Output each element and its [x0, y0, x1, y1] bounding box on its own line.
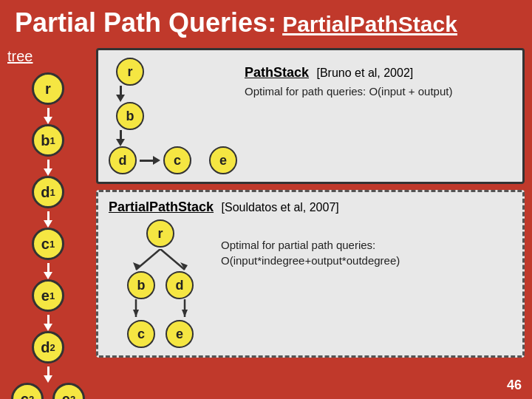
p2-node-d: d — [166, 271, 194, 299]
partialpathstack-graph: r b d — [109, 219, 212, 348]
panel2-text: Optimal for partial path queries: O(inpu… — [221, 219, 512, 268]
title-main: Partial Path Queries: — [15, 7, 276, 38]
p1-node-e: e — [209, 146, 237, 174]
tree-node-e2: e2 — [52, 383, 85, 399]
tree-branch-r: r — [32, 72, 64, 124]
arrow — [44, 117, 52, 124]
panel1-content: r b d — [109, 58, 512, 174]
title-sub: PartialPathStack — [282, 12, 457, 37]
arrow — [44, 375, 52, 383]
p2-node-b: b — [127, 271, 155, 299]
connector — [47, 160, 50, 168]
tree-node-b1: b1 — [32, 124, 64, 157]
content-area: tree r b1 d1 c1 — [0, 44, 532, 392]
panel1-description: Optimal for path queries: O(input + outp… — [245, 83, 512, 99]
arrow — [44, 324, 52, 331]
connector — [47, 315, 50, 324]
tree-node-e1: e1 — [32, 279, 64, 312]
p1-node-d: d — [109, 146, 137, 174]
tree-node-c1: c1 — [32, 228, 64, 260]
panel2-subtitle: [Souldatos et al, 2007] — [222, 201, 339, 214]
p2-row-ce: c e — [127, 320, 194, 348]
tree-branch-b1: b1 — [32, 124, 64, 176]
tree-label: tree — [7, 48, 89, 65]
panel1-title: PathStack — [245, 65, 309, 80]
panel2-description: Optimal for partial path queries: O(inpu… — [221, 237, 512, 268]
svg-marker-1 — [133, 262, 140, 270]
tree-branch-d2: d2 — [32, 331, 64, 383]
connector — [47, 366, 50, 375]
connector — [47, 211, 50, 220]
arrow — [44, 168, 52, 176]
left-tree: r b1 d1 c1 e — [7, 72, 89, 399]
panel2-title: PartialPathStack — [109, 200, 214, 214]
p1-v-conn-rb — [116, 86, 125, 102]
p1-node-c: c — [163, 146, 191, 174]
p2-arrows-r-bd — [127, 249, 194, 271]
pathstack-panel: r b d — [96, 48, 525, 184]
tree-column: tree r b1 d1 c1 — [7, 44, 89, 392]
tree-row-c2-e2: c2 e2 — [11, 383, 85, 399]
tree-node-r: r — [32, 72, 64, 105]
p2-node-c: c — [127, 320, 155, 348]
p1-node-r: r — [116, 58, 144, 86]
panel1-text: PathStack [Bruno et al, 2002] Optimal fo… — [245, 58, 512, 99]
svg-marker-5 — [133, 310, 139, 317]
tree-node-d2: d2 — [32, 331, 64, 364]
p2-arrows-bd-ce — [127, 299, 194, 320]
p1-row-dce: d c e — [109, 146, 237, 174]
page-number: 46 — [507, 378, 522, 393]
right-panels: r b d — [96, 44, 525, 392]
connector — [47, 108, 50, 117]
p1-v-conn-bd — [116, 130, 125, 146]
partialpathstack-panel: PartialPathStack [Souldatos et al, 2007]… — [96, 190, 525, 358]
p2-node-r: r — [146, 219, 174, 248]
pathstack-graph: r b d — [109, 58, 237, 174]
connector — [47, 263, 50, 272]
p2-row-bd: b d — [127, 271, 194, 299]
svg-marker-7 — [182, 310, 188, 317]
svg-line-2 — [160, 249, 185, 270]
svg-line-0 — [136, 249, 160, 270]
tree-branch-e1: e1 — [32, 279, 64, 331]
panel1-subtitle: [Bruno et al, 2002] — [317, 66, 414, 79]
tree-node-c2: c2 — [11, 383, 44, 399]
arrow — [44, 220, 52, 228]
panel2-header: PartialPathStack [Souldatos et al, 2007] — [109, 200, 512, 215]
p1-node-b: b — [116, 102, 144, 130]
panel1-header: PathStack [Bruno et al, 2002] — [245, 65, 512, 81]
tree-node-d1: d1 — [32, 176, 64, 208]
p1-arrow-dc — [140, 156, 160, 165]
title-bar: Partial Path Queries: PartialPathStack — [0, 0, 532, 44]
tree-branch-d1: d1 — [32, 176, 64, 228]
p2-node-e: e — [166, 320, 194, 348]
tree-branch-c1: c1 — [32, 228, 64, 279]
arrow — [44, 272, 52, 279]
